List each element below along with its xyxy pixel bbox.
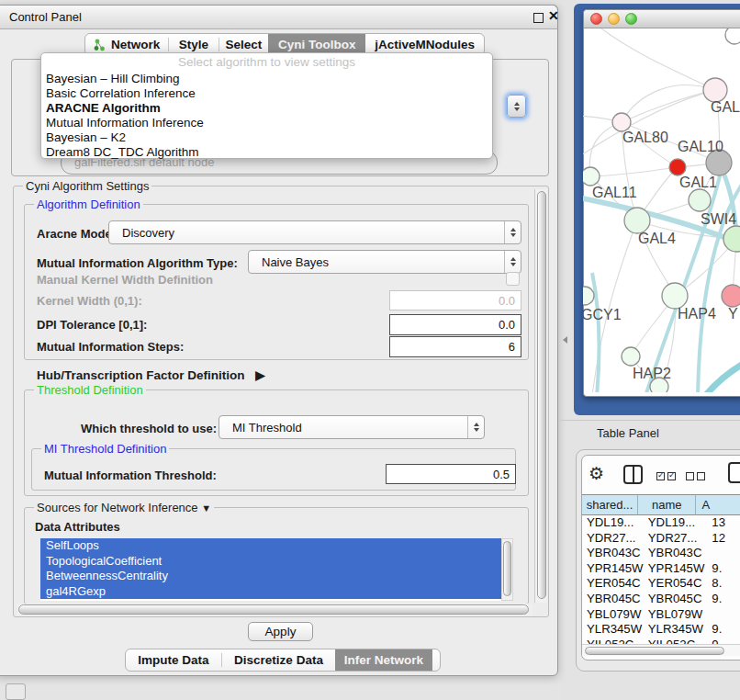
manual-kernel-checkbox[interactable] (506, 272, 520, 286)
bottom-left-partial-icon[interactable] (6, 683, 26, 700)
group-title: Threshold Definition (34, 383, 146, 397)
tab-label: Select (226, 38, 263, 51)
tab-impute-data[interactable]: Impute Data (126, 649, 221, 671)
network-node[interactable] (725, 28, 740, 44)
table-row[interactable]: YPR145W YPR145W 9. (582, 561, 740, 577)
combo-arrows-icon (504, 251, 521, 273)
group-title: Algorithm Definition (34, 198, 143, 211)
dpi-tolerance-field[interactable]: 0.0 (389, 314, 521, 335)
dropdown-item[interactable]: Basic Correlation Inference (41, 86, 492, 101)
deselect-all-icon[interactable] (686, 469, 708, 483)
float-window-icon[interactable] (533, 13, 544, 23)
control-panel-titlebar (0, 5, 558, 29)
network-canvas[interactable]: GALGAL80GAL10GAL11GAL1GAL4SWI4GCY1HAP4YH… (583, 28, 740, 392)
cell-shared-name: YLR345W (582, 622, 645, 638)
network-node-label: GAL (711, 99, 740, 115)
tab-infer-network[interactable]: Infer Network (335, 649, 432, 671)
network-node[interactable] (624, 208, 650, 233)
table-row[interactable]: YDL19... YDL19... 13 (582, 515, 740, 531)
network-node[interactable] (662, 283, 688, 309)
cell-name: YDL19... (645, 515, 709, 531)
cell-value: 9 (709, 638, 740, 644)
table-horizontal-scrollbar[interactable] (582, 644, 740, 656)
cell-shared-name: YER054C (582, 576, 645, 592)
dropdown-item[interactable]: Mutual Information Inference (41, 116, 492, 130)
network-node[interactable] (723, 226, 740, 252)
mac-minimize-button[interactable] (608, 13, 620, 25)
cell-name: YIL052C (645, 638, 709, 644)
dropdown-item[interactable]: Bayesian – Hill Climbing (41, 72, 492, 86)
dropdown-item[interactable]: Bayesian – K2 (41, 130, 492, 145)
table-row[interactable]: YLR345W YLR345W 9. (582, 622, 740, 638)
mi-steps-field[interactable]: 6 (389, 336, 521, 357)
mac-close-button[interactable] (590, 13, 602, 25)
mi-threshold-field[interactable]: 0.5 (386, 464, 516, 484)
data-attributes-list[interactable]: SelfLoopsTopologicalCoefficientBetweenne… (40, 538, 501, 601)
tab-label: Cyni Toolbox (278, 38, 356, 51)
mac-zoom-button[interactable] (625, 13, 637, 25)
table-row[interactable]: YIL052C YIL052C 9 (582, 638, 740, 644)
tab-label: Infer Network (344, 653, 423, 667)
gear-icon[interactable]: ⚙ (589, 463, 604, 483)
dropdown-placeholder: Select algorithm to view settings (41, 53, 492, 72)
tab-discretize-data[interactable]: Discretize Data (222, 649, 335, 671)
network-node-label: HAP2 (633, 366, 671, 381)
split-view-icon[interactable] (623, 465, 643, 484)
network-node[interactable] (583, 287, 594, 305)
selected-value: MI Threshold (219, 421, 467, 435)
selected-value: Discovery (109, 226, 504, 240)
splitter-collapse-icon[interactable] (563, 336, 567, 344)
list-item-selected[interactable]: TopologicalCoefficient (40, 554, 501, 570)
column-header-name[interactable]: name (638, 494, 696, 515)
expand-down-icon[interactable]: ▼ (201, 502, 211, 514)
settings-hscrollbar-thumb[interactable] (18, 604, 529, 615)
network-node[interactable] (669, 159, 686, 175)
cell-shared-name: YBL079W (582, 607, 645, 623)
mi-algorithm-type-select[interactable]: Naive Bayes (248, 250, 521, 274)
network-node[interactable] (622, 347, 640, 366)
network-node[interactable] (689, 189, 711, 211)
algorithm-combobox-spinner[interactable] (507, 95, 526, 118)
table-hscrollbar-thumb[interactable] (585, 647, 724, 655)
list-item-selected[interactable]: BetweennessCentrality (40, 569, 501, 584)
column-header-shared-name[interactable]: shared... (582, 494, 638, 515)
which-threshold-label: Which threshold to use: (81, 422, 217, 435)
select-all-icon[interactable] (656, 469, 678, 483)
apply-button[interactable]: Apply (248, 622, 313, 641)
network-node-label: Y (728, 306, 738, 322)
network-nodes[interactable]: GALGAL80GAL10GAL11GAL1GAL4SWI4GCY1HAP4YH… (583, 28, 740, 392)
hub-definition-expander[interactable]: Hub/Transcription Factor Definition ▶ (37, 367, 265, 382)
close-icon[interactable]: ✕ (548, 8, 559, 23)
table-row[interactable]: YDR27... YDR27... 12 (582, 531, 740, 547)
mi-threshold-label: Mutual Information Threshold: (44, 469, 217, 482)
list-scrollbar[interactable] (501, 538, 513, 601)
network-node[interactable] (722, 285, 740, 307)
manual-kernel-label: Manual Kernel Width Definition (37, 273, 213, 287)
network-node[interactable] (612, 113, 631, 131)
network-node[interactable] (650, 378, 668, 392)
cell-value: 9. (709, 592, 740, 607)
settings-vscrollbar-thumb[interactable] (537, 191, 546, 599)
column-header-partial[interactable]: A (696, 494, 740, 515)
bottom-tabbar: Impute Data Discretize Data Infer Networ… (125, 649, 441, 672)
kernel-width-field[interactable]: 0.0 (389, 290, 521, 310)
list-item-selected[interactable]: SelfLoops (40, 538, 501, 554)
table-row[interactable]: YBR043C YBR043C (582, 546, 740, 561)
network-node[interactable] (583, 167, 600, 186)
dropdown-item-current[interactable]: ARACNE Algorithm (41, 101, 492, 116)
table-row[interactable]: YBL079W YBL079W (582, 607, 740, 623)
settings-vertical-scrollbar[interactable] (534, 189, 547, 603)
list-item-selected[interactable]: gal4RGexp (40, 584, 501, 600)
combo-arrows-icon (467, 416, 484, 438)
kernel-width-label: Kernel Width (0,1): (37, 294, 142, 308)
list-scrollbar-thumb[interactable] (503, 541, 511, 596)
dropdown-item[interactable]: Dream8 DC_TDC Algorithm (41, 145, 492, 160)
table-row[interactable]: YER054C YER054C 8. (582, 576, 740, 592)
which-threshold-select[interactable]: MI Threshold (219, 415, 485, 439)
aracne-mode-select[interactable]: Discovery (108, 220, 521, 244)
cell-shared-name: YBR043C (582, 546, 645, 561)
settings-horizontal-scrollbar[interactable] (17, 604, 533, 616)
toolbar-icon-partial[interactable] (728, 462, 740, 483)
table-header: shared... name A (582, 494, 740, 515)
table-row[interactable]: YBR045C YBR045C 9. (582, 592, 740, 607)
